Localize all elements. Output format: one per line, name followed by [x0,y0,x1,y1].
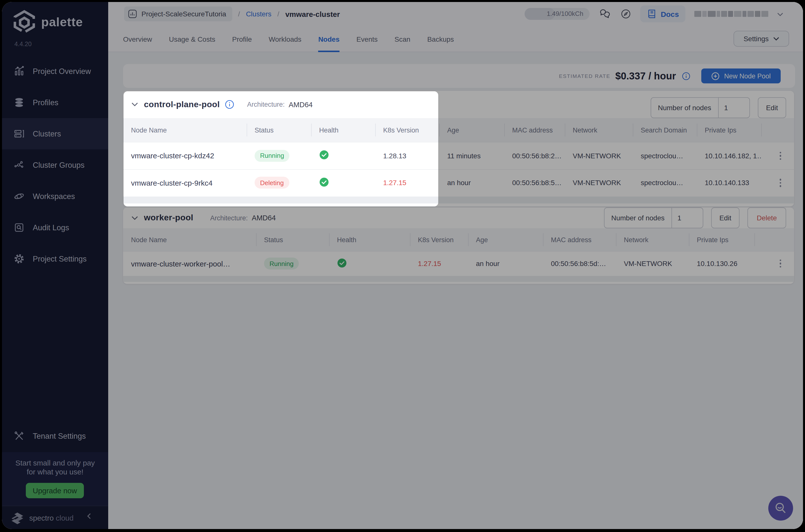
tab-scan[interactable]: Scan [395,26,410,52]
promo-text: Start small and only pay for what you us… [2,452,108,476]
col-private-ips: Private Ips [689,233,754,246]
sidebar-item-tenant-settings[interactable]: Tenant Settings [2,420,108,452]
rate-info-icon[interactable] [682,72,690,80]
number-of-nodes-input[interactable]: 1 [718,98,749,118]
col-node-name: Node Name [123,233,256,246]
nodes-content: ESTIMATED RATE $0.337 / hour New [108,52,803,529]
cell-node-name: vmware-cluster-cp-kdz42 [123,152,247,160]
cell-network: VM-NETWORK [616,260,689,267]
bar-chart-icon [14,65,25,77]
explore-compass-icon[interactable] [620,8,632,19]
stage: palette 4.4.20 Project Overview [0,0,805,532]
app-window: palette 4.4.20 Project Overview [2,2,803,529]
tab-usage-costs[interactable]: Usage & Costs [169,26,215,52]
help-search-fab[interactable] [768,496,793,520]
sidebar-footer: spectro cloud [2,506,108,529]
breadcrumb-current: vmware-cluster [285,10,340,18]
spectro-cloud-logo-icon [9,512,25,527]
pool-name: control-plane-pool [144,99,220,110]
number-of-nodes-control: Number of nodes 1 [650,97,750,118]
sidebar-item-project-settings[interactable]: Project Settings [2,243,108,274]
book-icon [647,9,657,19]
edit-pool-button[interactable]: Edit [711,207,740,228]
cell-health [311,177,375,189]
number-of-nodes-label: Number of nodes [604,208,671,228]
sidebar-item-clusters[interactable]: Clusters [2,118,108,149]
sidebar-item-label: Project Overview [33,67,91,76]
col-k8s-version: K8s Version [375,124,439,136]
delete-pool-button[interactable]: Delete [747,207,786,228]
sidebar-item-profiles[interactable]: Profiles [2,87,108,118]
cell-health [329,258,410,269]
settings-button[interactable]: Settings [733,31,789,46]
col-actions [761,124,794,136]
table-row[interactable]: vmware-cluster-worker-pool… Running 1.27… [123,251,794,276]
tab-overview[interactable]: Overview [123,26,152,52]
row-menu-kebab-icon[interactable] [780,179,781,187]
sidebar-item-workspaces[interactable]: Workspaces [2,180,108,212]
col-node-name: Node Name [123,124,247,136]
col-health: Health [329,233,410,246]
sidebar-item-label: Audit Logs [33,223,69,232]
cell-node-name: vmware-cluster-cp-9rkc4 [123,179,247,187]
user-menu-chevron-icon[interactable] [777,10,783,18]
sidebar-item-project-overview[interactable]: Project Overview [2,56,108,87]
sidebar-item-cluster-groups[interactable]: Cluster Groups [2,149,108,180]
brand-name: palette [41,15,83,29]
col-status: Status [247,124,311,136]
cell-k8s-version: 1.27.15 [375,179,439,187]
sidebar-item-label: Project Settings [33,254,87,263]
collapse-sidebar-icon[interactable] [87,512,92,521]
sidebar-item-label: Tenant Settings [33,432,86,440]
table-header: Node Name Status Health K8s Version Age … [123,228,794,251]
new-node-pool-button[interactable]: New Node Pool [701,69,781,83]
col-network: Network [616,233,689,246]
cell-status: Running [256,258,329,269]
tab-profile[interactable]: Profile [232,26,252,52]
user-name-redacted[interactable] [694,11,768,17]
col-search-domain: Search Domain [633,124,697,136]
node-pool-card-control-plane: control-plane-pool Architecture: AMD64 [123,91,794,206]
number-of-nodes-control: Number of nodes 1 [604,207,703,228]
edit-pool-button[interactable]: Edit [758,97,786,118]
tab-nodes[interactable]: Nodes [319,26,340,52]
cell-status: Deleting [247,177,311,189]
status-badge: Deleting [255,177,289,189]
collapse-pool-chevron-icon[interactable] [132,102,138,107]
network-icon [14,159,25,171]
sidebar-item-label: Workspaces [33,192,75,201]
table-row[interactable]: vmware-cluster-cp-9rkc4 Deleting 1.27.15… [123,169,794,196]
sidebar-item-audit-logs[interactable]: Audit Logs [2,212,108,243]
chat-icon[interactable] [599,8,612,20]
upgrade-now-button[interactable]: Upgrade now [26,483,84,498]
layers-icon [14,97,25,108]
sidebar-item-label: Cluster Groups [33,160,84,170]
docs-button[interactable]: Docs [640,5,685,22]
server-icon [14,128,25,139]
project-chart-icon [128,10,137,18]
number-of-nodes-input[interactable]: 1 [671,208,703,228]
tab-backups[interactable]: Backups [427,26,454,52]
cell-age: an hour [439,179,504,187]
cell-k8s-version: 1.27.15 [410,260,468,267]
pool-info-icon[interactable] [225,100,234,109]
architecture-value: AMD64 [289,100,313,109]
col-private-ips: Private Ips [697,124,761,136]
cell-mac-address: 00:50:56:b8:5… [504,179,565,187]
row-menu-kebab-icon[interactable] [780,260,781,268]
cell-node-name: vmware-cluster-worker-pool… [123,259,256,268]
card-footer-strip [123,276,794,282]
cell-search-domain: spectroclou… [633,152,697,160]
row-menu-kebab-icon[interactable] [780,152,781,160]
tab-workloads[interactable]: Workloads [269,26,302,52]
tools-icon [14,430,25,442]
tab-events[interactable]: Events [356,26,378,52]
table-row[interactable]: vmware-cluster-cp-kdz42 Running 1.28.13 … [123,142,794,169]
breadcrumb-clusters-link[interactable]: Clusters [246,10,271,18]
collapse-pool-chevron-icon[interactable] [132,216,138,220]
breadcrumb-project[interactable]: Project-ScaleSecureTutoria [124,6,232,21]
col-actions [754,233,794,246]
col-health: Health [311,124,375,136]
cell-private-ips: 10.10.140.133 [697,179,761,187]
sidebar: palette 4.4.20 Project Overview [2,2,108,529]
